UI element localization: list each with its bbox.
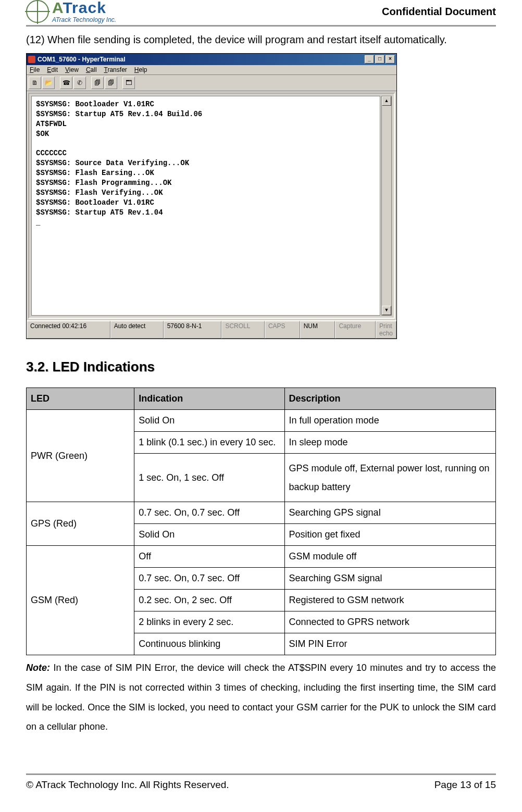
confidential-label: Confidential Document bbox=[382, 6, 496, 18]
footer-left: © ATrack Technology Inc. All Rights Rese… bbox=[26, 779, 229, 791]
status-printecho: Print echo bbox=[376, 321, 396, 339]
open-icon[interactable]: 📂 bbox=[42, 77, 55, 89]
cell-ind: 0.2 sec. On, 2 sec. Off bbox=[134, 590, 284, 611]
titlebar[interactable]: COM1_57600 - HyperTerminal _ □ × bbox=[27, 54, 396, 65]
terminal-text: $SYSMSG: Bootloader V1.01RC $SYSMSG: Sta… bbox=[36, 99, 376, 228]
cell-desc: Connected to GPRS network bbox=[284, 611, 495, 633]
note-label: Note: bbox=[26, 663, 50, 673]
menu-transfer[interactable]: Transfer bbox=[104, 66, 127, 73]
status-settings: 57600 8-N-1 bbox=[164, 321, 222, 339]
cell-desc: GPS module off, External power lost, run… bbox=[284, 454, 495, 502]
cell-ind: 1 blink (0.1 sec.) in every 10 sec. bbox=[134, 432, 284, 454]
scroll-up-icon[interactable]: ▲ bbox=[382, 96, 391, 106]
logo-subtitle: ATrack Technology Inc. bbox=[52, 17, 116, 23]
cell-ind: 0.7 sec. On, 0.7 sec. Off bbox=[134, 568, 284, 590]
cell-desc: Searching GSM signal bbox=[284, 568, 495, 590]
receive-icon[interactable]: 🗐 bbox=[105, 77, 117, 89]
cell-desc: Position get fixed bbox=[284, 524, 495, 546]
connect-icon[interactable]: ☎ bbox=[60, 77, 72, 89]
status-connected: Connected 00:42:16 bbox=[27, 321, 110, 339]
send-icon[interactable]: 🗐 bbox=[91, 77, 104, 89]
status-num: NUM bbox=[300, 321, 335, 339]
cell-led-gps: GPS (Red) bbox=[27, 502, 134, 546]
cell-ind: 0.7 sec. On, 0.7 sec. Off bbox=[134, 502, 284, 524]
status-caps: CAPS bbox=[265, 321, 300, 339]
footer-right: Page 13 of 15 bbox=[434, 779, 496, 791]
cell-desc: GSM module off bbox=[284, 546, 495, 568]
page-header: ATrack ATrack Technology Inc. Confidenti… bbox=[26, 0, 496, 27]
cell-desc: Registered to GSM network bbox=[284, 590, 495, 611]
logo-letter-a: A bbox=[52, 0, 63, 16]
cell-ind: Solid On bbox=[134, 524, 284, 546]
vertical-scrollbar[interactable]: ▲ ▼ bbox=[381, 96, 392, 316]
cell-desc: SIM PIN Error bbox=[284, 633, 495, 655]
status-scroll: SCROLL bbox=[221, 321, 264, 339]
step-12-text: (12) When file sending is completed, the… bbox=[26, 34, 496, 46]
cell-desc: In full operation mode bbox=[284, 410, 495, 432]
hyperterminal-window: COM1_57600 - HyperTerminal _ □ × File Ed… bbox=[26, 53, 397, 339]
menu-file[interactable]: File bbox=[30, 66, 40, 73]
menu-edit[interactable]: Edit bbox=[47, 66, 58, 73]
status-capture: Capture bbox=[335, 321, 376, 339]
toolbar: 🗎 📂 ☎ ✆ 🗐 🗐 🗔 bbox=[27, 75, 396, 91]
scroll-down-icon[interactable]: ▼ bbox=[382, 306, 391, 315]
cell-ind: Continuous blinking bbox=[134, 633, 284, 655]
th-indication: Indication bbox=[134, 388, 284, 410]
cell-desc: In sleep mode bbox=[284, 432, 495, 454]
page-footer: © ATrack Technology Inc. All Rights Rese… bbox=[26, 773, 496, 791]
logo: ATrack ATrack Technology Inc. bbox=[26, 0, 116, 23]
section-title-led: 3.2. LED Indications bbox=[26, 359, 496, 375]
th-description: Description bbox=[284, 388, 495, 410]
cell-led-gsm: GSM (Red) bbox=[27, 546, 134, 655]
cell-ind: 1 sec. On, 1 sec. Off bbox=[134, 454, 284, 502]
statusbar: Connected 00:42:16 Auto detect 57600 8-N… bbox=[27, 320, 396, 339]
close-button[interactable]: × bbox=[386, 55, 395, 64]
status-autodetect: Auto detect bbox=[110, 321, 164, 339]
new-icon[interactable]: 🗎 bbox=[29, 77, 41, 89]
properties-icon[interactable]: 🗔 bbox=[122, 77, 135, 89]
cell-ind: Off bbox=[134, 546, 284, 568]
cell-ind: 2 blinks in every 2 sec. bbox=[134, 611, 284, 633]
minimize-button[interactable]: _ bbox=[365, 55, 374, 64]
logo-rest: Track bbox=[63, 0, 106, 16]
menu-call[interactable]: Call bbox=[86, 66, 97, 73]
cell-led-pwr: PWR (Green) bbox=[27, 410, 134, 502]
menubar: File Edit View Call Transfer Help bbox=[27, 65, 396, 75]
menu-help[interactable]: Help bbox=[134, 66, 147, 73]
cell-desc: Searching GPS signal bbox=[284, 502, 495, 524]
logo-crosshair-icon bbox=[26, 0, 49, 23]
cell-ind: Solid On bbox=[134, 410, 284, 432]
maximize-button[interactable]: □ bbox=[375, 55, 384, 64]
th-led: LED bbox=[27, 388, 134, 410]
app-icon bbox=[28, 56, 35, 63]
led-table: LED Indication Description PWR (Green) S… bbox=[26, 388, 496, 655]
terminal-output: $SYSMSG: Bootloader V1.01RC $SYSMSG: Sta… bbox=[31, 96, 380, 316]
window-title: COM1_57600 - HyperTerminal bbox=[38, 56, 126, 63]
menu-view[interactable]: View bbox=[65, 66, 79, 73]
disconnect-icon[interactable]: ✆ bbox=[73, 77, 86, 89]
note-body: In the case of SIM PIN Error, the device… bbox=[26, 663, 496, 732]
note-text: Note: In the case of SIM PIN Error, the … bbox=[26, 658, 496, 737]
